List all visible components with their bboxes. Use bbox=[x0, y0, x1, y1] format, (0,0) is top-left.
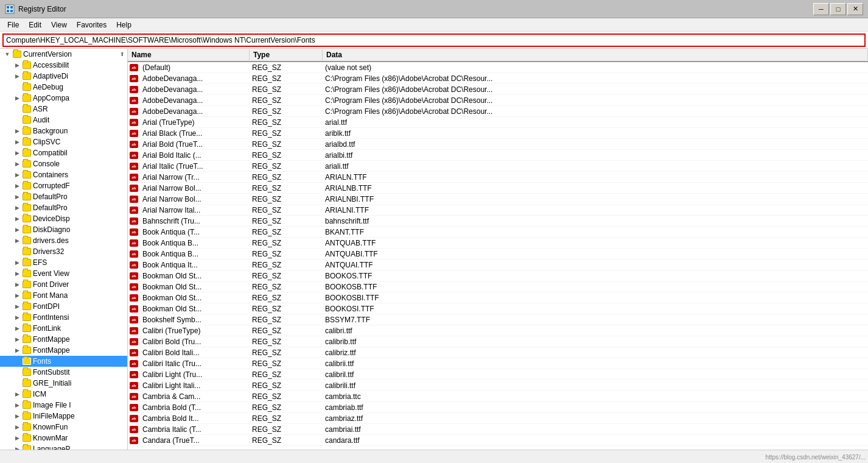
table-row[interactable]: ab Bookshelf Symb... REG_SZ BSSYM7.TTF bbox=[128, 314, 868, 325]
tree-item[interactable]: ▶ FontIntensi bbox=[0, 312, 127, 323]
tree-item[interactable]: ▶ IniFileMappe bbox=[0, 411, 127, 422]
tree-label: AeDebug bbox=[33, 83, 63, 91]
folder-icon bbox=[22, 433, 32, 443]
tree-label: drivers.des bbox=[33, 236, 69, 245]
table-row[interactable]: ab Arial Narrow Bol... REG_SZ ARIALNBI.T… bbox=[128, 194, 868, 205]
table-row[interactable]: ab Book Antiqua B... REG_SZ ANTQUABI.TTF bbox=[128, 249, 868, 260]
tree-item[interactable]: AeDebug bbox=[0, 82, 127, 93]
tree-item[interactable]: ▶ CorruptedF bbox=[0, 180, 127, 191]
reg-icon: ab bbox=[128, 261, 140, 269]
tree-item[interactable]: ▶ Accessibilit bbox=[0, 60, 127, 71]
tree-item[interactable]: ▶ DiskDiagno bbox=[0, 224, 127, 235]
menu-view[interactable]: View bbox=[46, 19, 72, 30]
tree-label: Backgroun bbox=[33, 127, 68, 135]
table-row[interactable]: ab Calibri Bold (Tru... REG_SZ calibrib.… bbox=[128, 336, 868, 347]
table-row[interactable]: ab Arial Black (True... REG_SZ ariblk.tt… bbox=[128, 128, 868, 139]
chevron-right-icon: ▶ bbox=[12, 159, 22, 169]
table-row[interactable]: ab Arial Bold (TrueT... REG_SZ arialbd.t… bbox=[128, 139, 868, 150]
table-row[interactable]: ab AdobeDevanaga... REG_SZ C:\Program Fi… bbox=[128, 84, 868, 95]
tree-item[interactable]: ▶ Compatibil bbox=[0, 147, 127, 158]
tree-item[interactable]: ▶ FontDPI bbox=[0, 301, 127, 312]
tree-item[interactable]: ▶ EFS bbox=[0, 257, 127, 268]
tree-item[interactable]: ▶ DeviceDisp bbox=[0, 213, 127, 224]
minimize-button[interactable]: ─ bbox=[813, 3, 829, 15]
menu-favorites[interactable]: Favorites bbox=[72, 19, 111, 30]
table-row[interactable]: ab Bookman Old St... REG_SZ BOOKOSBI.TTF bbox=[128, 292, 868, 303]
table-row[interactable]: ab Calibri Light (Tru... REG_SZ calibril… bbox=[128, 369, 868, 380]
tree-item[interactable]: Drivers32 bbox=[0, 246, 127, 257]
table-row[interactable]: ab Cambria Bold (T... REG_SZ cambriab.tt… bbox=[128, 402, 868, 413]
table-row[interactable]: ab Calibri Light Itali... REG_SZ calibri… bbox=[128, 380, 868, 391]
table-row[interactable]: ab AdobeDevanaga... REG_SZ C:\Program Fi… bbox=[128, 95, 868, 106]
table-row[interactable]: ab (Default) REG_SZ (value not set) bbox=[128, 62, 868, 73]
tree-item[interactable]: ▼ CurrentVersion ⬆ bbox=[0, 49, 127, 60]
tree-label: ICM bbox=[33, 390, 46, 398]
table-row[interactable]: ab Arial Italic (TrueT... REG_SZ ariali.… bbox=[128, 161, 868, 172]
table-row[interactable]: ab Candara (TrueT... REG_SZ candara.ttf bbox=[128, 435, 868, 446]
folder-icon bbox=[22, 367, 32, 377]
menu-edit[interactable]: Edit bbox=[24, 19, 46, 30]
table-row[interactable]: ab Cambria Bold It... REG_SZ cambriaz.tt… bbox=[128, 413, 868, 424]
table-row[interactable]: ab Book Antiqua (T... REG_SZ BKANT.TTF bbox=[128, 227, 868, 238]
tree-item[interactable]: GRE_Initiali bbox=[0, 378, 127, 389]
table-row[interactable]: ab Calibri Bold Itali... REG_SZ calibriz… bbox=[128, 347, 868, 358]
tree-item[interactable]: ▶ DefaultPro bbox=[0, 202, 127, 213]
tree-item[interactable]: ▶ FontLink bbox=[0, 323, 127, 334]
tree-item[interactable]: FontSubstit bbox=[0, 367, 127, 378]
table-row[interactable]: ab Book Antiqua It... REG_SZ ANTQUAI.TTF bbox=[128, 260, 868, 270]
table-row[interactable]: ab Bookman Old St... REG_SZ BOOKOSI.TTF bbox=[128, 303, 868, 314]
table-row[interactable]: ab Bahnschrift (Tru... REG_SZ bahnschrif… bbox=[128, 216, 868, 227]
reg-icon: ab bbox=[128, 437, 140, 444]
tree-item[interactable]: ▶ Containers bbox=[0, 169, 127, 180]
table-row[interactable]: ab Arial Narrow (Tr... REG_SZ ARIALN.TTF bbox=[128, 172, 868, 183]
tree-item[interactable]: ▶ FontMappe bbox=[0, 345, 127, 356]
tree-item[interactable]: ▶ DefaultPro bbox=[0, 191, 127, 202]
tree-item[interactable]: ▶ KnownMar bbox=[0, 433, 127, 444]
tree-item[interactable]: ▶ ClipSVC bbox=[0, 136, 127, 147]
table-row[interactable]: ab Cambria & Cam... REG_SZ cambria.ttc bbox=[128, 391, 868, 402]
table-row[interactable]: ab Arial (TrueType) REG_SZ arial.ttf bbox=[128, 117, 868, 128]
tree-item[interactable]: ▶ Console bbox=[0, 158, 127, 169]
table-row[interactable]: ab Calibri Italic (Tru... REG_SZ calibri… bbox=[128, 358, 868, 369]
table-row[interactable]: ab Arial Bold Italic (... REG_SZ arialbi… bbox=[128, 150, 868, 161]
tree-item[interactable]: ▶ KnownFun bbox=[0, 422, 127, 433]
tree-item[interactable]: Audit bbox=[0, 115, 127, 125]
tree-item[interactable]: ▶ Font Driver bbox=[0, 279, 127, 290]
table-row[interactable]: ab Cambria Italic (T... REG_SZ cambriai.… bbox=[128, 424, 868, 435]
tree-item[interactable]: ▶ Event View bbox=[0, 268, 127, 279]
tree-item[interactable]: ASR bbox=[0, 104, 127, 115]
chevron-right-icon: ▶ bbox=[12, 269, 22, 278]
tree-item[interactable]: ▶ Font Mana bbox=[0, 290, 127, 301]
maximize-button[interactable]: □ bbox=[830, 3, 846, 15]
table-row[interactable]: ab Bookman Old St... REG_SZ BOOKOS.TTF bbox=[128, 270, 868, 281]
tree-label: ASR bbox=[33, 105, 48, 113]
tree-item[interactable]: ▶ AppCompa bbox=[0, 93, 127, 104]
reg-type: REG_SZ bbox=[250, 184, 323, 193]
table-row[interactable]: ab Arial Narrow Bol... REG_SZ ARIALNB.TT… bbox=[128, 183, 868, 194]
menu-help[interactable]: Help bbox=[111, 19, 136, 30]
table-row[interactable]: ab AdobeDevanaga... REG_SZ C:\Program Fi… bbox=[128, 73, 868, 84]
tree-item[interactable]: Fonts bbox=[0, 356, 127, 367]
tree-item[interactable]: ▶ ICM bbox=[0, 389, 127, 400]
tree-item[interactable]: ▶ Backgroun bbox=[0, 125, 127, 136]
tree-item[interactable]: ▶ drivers.des bbox=[0, 235, 127, 246]
menu-file[interactable]: File bbox=[2, 19, 24, 30]
reg-type: REG_SZ bbox=[250, 96, 323, 105]
reg-type: REG_SZ bbox=[250, 283, 323, 291]
reg-name: Book Antiqua B... bbox=[140, 250, 250, 258]
close-button[interactable]: ✕ bbox=[847, 3, 863, 15]
tree-item[interactable]: ▶ LanguageP bbox=[0, 444, 127, 450]
tree-item[interactable]: ▶ Image File I bbox=[0, 400, 127, 411]
reg-type: REG_SZ bbox=[250, 294, 323, 302]
tree-item[interactable]: ▶ FontMappe bbox=[0, 334, 127, 345]
table-row[interactable]: ab Arial Narrow Ital... REG_SZ ARIALNI.T… bbox=[128, 205, 868, 216]
reg-data: arialbd.ttf bbox=[323, 140, 868, 149]
table-row[interactable]: ab AdobeDevanaga... REG_SZ C:\Program Fi… bbox=[128, 106, 868, 117]
reg-name: Book Antiqua B... bbox=[140, 239, 250, 247]
address-input[interactable] bbox=[2, 34, 866, 47]
reg-icon: ab bbox=[128, 316, 140, 323]
table-row[interactable]: ab Bookman Old St... REG_SZ BOOKOSB.TTF bbox=[128, 281, 868, 292]
table-row[interactable]: ab Calibri (TrueType) REG_SZ calibri.ttf bbox=[128, 325, 868, 336]
tree-item[interactable]: ▶ AdaptiveDi bbox=[0, 71, 127, 82]
table-row[interactable]: ab Book Antiqua B... REG_SZ ANTQUAB.TTF bbox=[128, 238, 868, 249]
